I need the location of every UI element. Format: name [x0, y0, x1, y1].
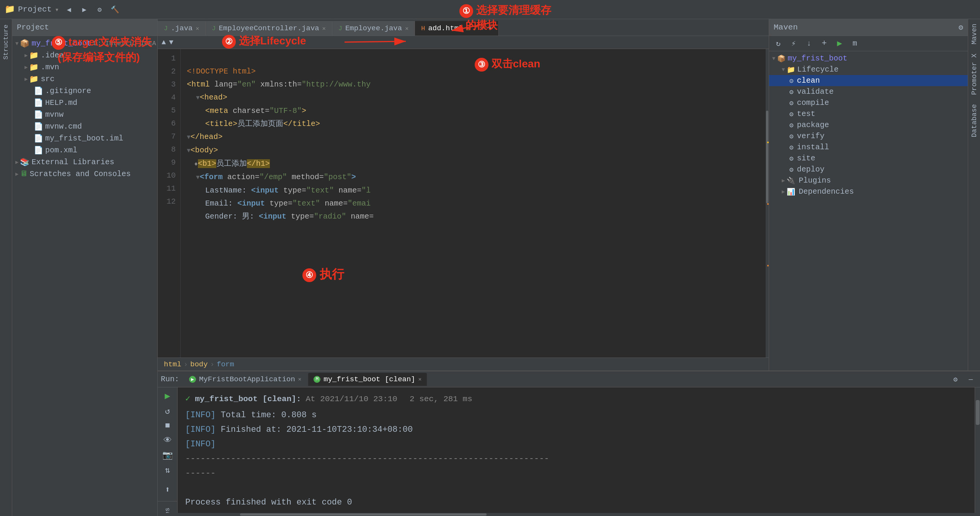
breadcrumb-html[interactable]: html — [164, 360, 181, 369]
maven-deps[interactable]: ▶ 📊 Dependencies — [769, 186, 968, 197]
editor-scrollbar[interactable] — [766, 49, 769, 358]
right-tab-database[interactable]: Database — [968, 100, 980, 142]
run-tab-close-clean[interactable]: ✕ — [418, 376, 421, 382]
right-tab-maven[interactable]: Maven — [968, 19, 980, 49]
tree-item-src[interactable]: ▶ 📁 src — [12, 73, 157, 85]
tree-label-mvn: .mvn — [41, 63, 59, 72]
project-label[interactable]: Project — [18, 5, 52, 14]
tab-employeecontroller[interactable]: J EmployeeController.java ✕ — [206, 21, 332, 36]
tree-item-scratches[interactable]: ▶ 🖥 Scratches and Consoles — [12, 168, 157, 180]
gear-package: ⚙ — [789, 121, 794, 129]
code-editor[interactable]: <!DOCTYPE html> <html lang="en" xmlns:th… — [181, 49, 766, 358]
maven-add-btn[interactable]: + — [818, 38, 830, 50]
tree-item-idea[interactable]: ▶ 📁 .idea — [12, 49, 157, 61]
run-name: my_frist_boot [clean]: — [195, 392, 301, 407]
tree-item-mvn[interactable]: ▶ 📁 .mvn — [12, 61, 157, 73]
maven-deps-icon: 📊 — [787, 188, 795, 196]
maven-tree: ▼ 📦 my_frist_boot ▼ 📁 Lifecycle — [769, 51, 968, 371]
maven-install[interactable]: ⚙ install — [769, 142, 968, 153]
maven-test[interactable]: ⚙ test — [769, 108, 968, 119]
breadcrumb-body[interactable]: body — [190, 360, 208, 369]
tree-item-mvnwcmd[interactable]: 📄 mvnw.cmd — [12, 121, 157, 132]
maven-deploy[interactable]: ⚙ deploy — [769, 164, 968, 175]
camera-icon[interactable]: 📷 — [161, 450, 175, 460]
bottom-hscroll[interactable] — [158, 513, 980, 516]
maven-clean[interactable]: ⚙ clean — [769, 75, 968, 86]
maven-verify-label: verify — [797, 132, 825, 140]
ln6: 6 — [158, 117, 176, 130]
tab-java1[interactable]: J .java ✕ — [158, 21, 206, 36]
settings-btn[interactable]: ⚙ — [93, 3, 106, 16]
eye-icon[interactable]: 👁 — [161, 435, 175, 446]
maven-lifecycle-label: Lifecycle — [797, 65, 838, 74]
maven-package[interactable]: ⚙ package — [769, 119, 968, 131]
project-dropdown[interactable]: ▾ — [55, 5, 59, 14]
run-tab-myapp[interactable]: ▶ MyFristBootApplication ✕ — [184, 373, 307, 386]
gear-test: ⚙ — [789, 110, 794, 118]
maven-run-btn[interactable]: ⚡ — [787, 38, 800, 50]
nav-forward-btn[interactable]: ▶ — [78, 3, 90, 16]
maven-plugins[interactable]: ▶ 🔌 Plugins — [769, 175, 968, 186]
tab-html-close[interactable]: ✕ — [480, 25, 483, 32]
maven-verify[interactable]: ⚙ verify — [769, 131, 968, 142]
editor-body: 1 2 3 4 5 6 7 8 9 10 11 12 — [158, 49, 769, 358]
tab-dropdown[interactable]: ▾ — [488, 24, 492, 33]
maven-m-btn[interactable]: m — [849, 38, 861, 50]
maven-validate[interactable]: ⚙ validate — [769, 86, 968, 97]
bottom-panel: Run: ▶ MyFristBootApplication ✕ M my_fri… — [158, 371, 980, 516]
bottom-settings-btn[interactable]: ⚙ — [949, 373, 962, 385]
maven-lifecycle[interactable]: ▼ 📁 Lifecycle — [769, 64, 968, 75]
bottom-minimize-btn[interactable]: — — [965, 373, 977, 385]
left-edge-panel: Structure — [0, 19, 12, 516]
breadcrumb-form[interactable]: form — [217, 360, 234, 369]
toolbar-down-icon[interactable]: ▼ — [169, 38, 173, 47]
tree-item-mvnw[interactable]: 📄 mvnw — [12, 109, 157, 121]
tab-ec-close[interactable]: ✕ — [322, 25, 326, 32]
favorites-label: Favorites — [164, 508, 171, 513]
maven-download-btn[interactable]: ↓ — [803, 38, 815, 50]
gear-validate: ⚙ — [789, 88, 794, 96]
tree-item-root[interactable]: ▼ 📦 my_frist_boot D:\IntelliJ IDEA 2021.… — [12, 38, 157, 49]
tree-item-gitignore[interactable]: 📄 .gitignore — [12, 85, 157, 97]
right-tab-promoter[interactable]: Promoter X — [968, 49, 980, 100]
ln5: 5 — [158, 104, 176, 117]
tree-item-extlibs[interactable]: ▶ 📚 External Libraries — [12, 156, 157, 168]
breadcrumb: html › body › form — [158, 358, 769, 371]
stop-icon[interactable]: ■ — [161, 421, 175, 431]
maven-play-btn[interactable]: ▶ — [833, 38, 846, 50]
run-play-icon[interactable]: ▶ — [161, 390, 175, 402]
file-icon-iml: 📄 — [34, 134, 43, 143]
scroll-marker-3 — [767, 265, 769, 266]
maven-refresh-btn[interactable]: ↻ — [772, 38, 784, 50]
bottom-right-scrollbar[interactable] — [975, 387, 980, 513]
tab-employee[interactable]: J Employee.java ✕ — [332, 21, 415, 36]
sort-icon[interactable]: ⇅ — [161, 465, 175, 475]
breadcrumb-sep1: › — [184, 360, 188, 369]
import-icon[interactable]: ⬆ — [161, 485, 175, 495]
toolbar-up-icon[interactable]: ▲ — [162, 38, 166, 47]
tab-emp-close[interactable]: ✕ — [405, 25, 408, 32]
maven-compile[interactable]: ⚙ compile — [769, 97, 968, 108]
nav-back-btn[interactable]: ◀ — [63, 3, 75, 16]
structure-tab[interactable]: Structure — [0, 21, 11, 64]
rerun-icon[interactable]: ↺ — [161, 406, 175, 416]
bottom-tabs: Run: ▶ MyFristBootApplication ✕ M my_fri… — [158, 371, 980, 387]
maven-site[interactable]: ⚙ site — [769, 153, 968, 164]
ln10: 10 — [158, 169, 176, 182]
build-btn[interactable]: 🔨 — [109, 3, 121, 16]
ln4: 4 — [158, 91, 176, 104]
tab-java1-close[interactable]: ✕ — [196, 25, 199, 32]
output-line1: [INFO] Total time: 0.808 s — [185, 408, 967, 423]
maven-root[interactable]: ▼ 📦 my_frist_boot — [769, 53, 968, 64]
run-tab-close-myapp[interactable]: ✕ — [298, 376, 301, 382]
tree-item-iml[interactable]: 📄 my_frist_boot.iml — [12, 132, 157, 144]
file-icon-mvnwcmd: 📄 — [34, 122, 43, 131]
tree-item-pom[interactable]: 📄 pom.xml — [12, 144, 157, 156]
code-line3: ▼<head> — [187, 93, 227, 102]
code-line8: ♦<b1>员工添加</h1> — [187, 159, 270, 168]
run-tab-clean[interactable]: M my_frist_boot [clean] ✕ — [308, 373, 427, 386]
line-numbers: 1 2 3 4 5 6 7 8 9 10 11 12 — [158, 49, 181, 358]
tree-item-helpmd[interactable]: 📄 HELP.md — [12, 97, 157, 109]
maven-settings-icon[interactable]: ⚙ — [959, 23, 963, 32]
tab-addhtml[interactable]: H add.html ⚠ 7 ✕ ▾ — [415, 21, 499, 36]
